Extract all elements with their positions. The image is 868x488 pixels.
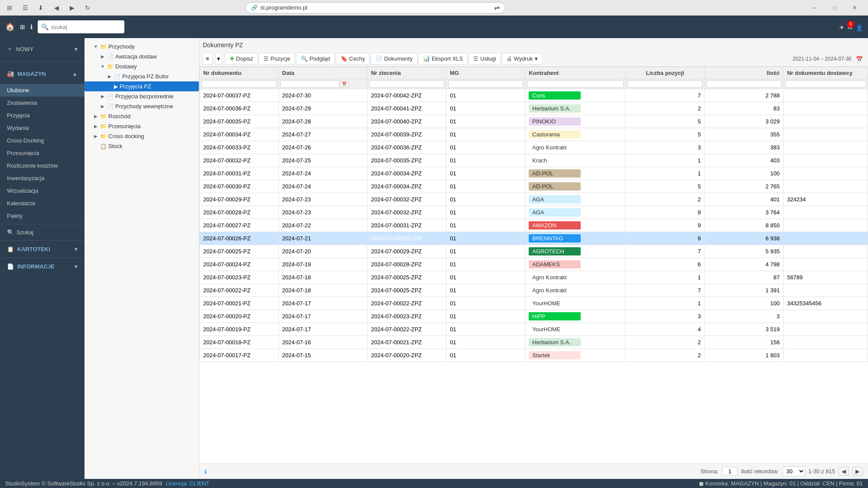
notification-button[interactable]: ✉ 6 — [848, 23, 852, 32]
filter-input-kontrahent[interactable] — [527, 80, 624, 88]
tree-item-cross-docking[interactable]: ▶ 📁 Cross docking — [85, 131, 199, 141]
nav-download-button[interactable]: ⬇ — [35, 2, 47, 14]
filter-input-liczba-pozycji[interactable] — [627, 80, 702, 88]
search-box[interactable]: 🔍 — [38, 20, 124, 33]
toolbar-dropdown-button[interactable]: ▾ — [215, 53, 222, 65]
table-row[interactable]: 2024-07-00022-PZ2024-07-182024-07-00025-… — [200, 284, 868, 297]
uslugi-button[interactable]: ☰ Usługi — [468, 53, 501, 65]
license-text[interactable]: Licencja: CLIENT — [166, 480, 209, 487]
win-min-button[interactable]: ─ — [805, 0, 825, 16]
table-row[interactable]: 2024-07-00029-PZ2024-07-232024-07-00032-… — [200, 193, 868, 206]
sidebar-item-inwentaryzacja[interactable]: Inwentaryzacja — [0, 172, 85, 184]
nav-forward-button[interactable]: ▶ — [66, 2, 78, 14]
filter-input-mg[interactable] — [448, 80, 523, 88]
filter-kontrahent[interactable] — [525, 79, 626, 89]
tree-item-przychody[interactable]: ▼ 📁 Przychody — [85, 42, 199, 52]
col-nr-dok-dostawcy[interactable]: Nr dokumentu dostawcy — [783, 67, 868, 79]
filter-input-nr-dokumentu[interactable] — [202, 80, 276, 88]
table-row[interactable]: 2024-07-00032-PZ2024-07-252024-07-00035-… — [200, 154, 868, 167]
table-row[interactable]: 2024-07-00023-PZ2024-07-182024-07-00025-… — [200, 271, 868, 284]
filter-ilosc[interactable] — [705, 79, 783, 89]
dokumenty-button[interactable]: 📄 Dokumenty — [371, 53, 417, 65]
wydruk-button[interactable]: 🖨 Wydruk ▾ — [502, 53, 543, 65]
sidebar-nowy-button[interactable]: ＋ NOWY ▾ — [0, 42, 85, 56]
table-row[interactable]: 2024-07-00018-PZ2024-07-162024-07-00021-… — [200, 336, 868, 349]
sidebar-item-przyjecia[interactable]: Przyjęcia — [0, 109, 85, 122]
sidebar-item-wizualizacja[interactable]: Wizualizacja — [0, 184, 85, 197]
table-row[interactable]: 2024-07-00019-PZ2024-07-172024-07-00022-… — [200, 323, 868, 336]
sidebar-magazyn-header[interactable]: 🏭 MAGAZYN ▲ — [0, 67, 85, 81]
filter-mg[interactable] — [446, 79, 525, 89]
win-close-button[interactable]: ✕ — [845, 0, 865, 16]
sidebar-item-ulubione[interactable]: Ulubione — [0, 84, 85, 97]
tree-item-przyjecia-bezposrednie[interactable]: ▶ 📄 Przyjęcia bezpośrednie — [85, 91, 199, 101]
table-row[interactable]: 2024-07-00037-PZ2024-07-302024-07-00042-… — [200, 89, 868, 102]
table-row[interactable]: 2024-07-00026-PZ2024-07-212024-07-00030-… — [200, 232, 868, 245]
filter-nr-dokumentu[interactable] — [200, 79, 279, 89]
table-row[interactable]: 2024-07-00025-PZ2024-07-202024-07-00029-… — [200, 245, 868, 258]
col-mg[interactable]: MG — [446, 67, 525, 79]
tree-item-pz[interactable]: ▶ Przyjęcia PZ — [85, 81, 199, 91]
table-row[interactable]: 2024-07-00033-PZ2024-07-262024-07-00036-… — [200, 141, 868, 154]
date-filter-button[interactable]: 📅 — [340, 81, 348, 87]
win-max-button[interactable]: □ — [825, 0, 845, 16]
sidebar-item-przesunecia[interactable]: Przesunięcia — [0, 147, 85, 159]
cechy-button[interactable]: 🔖 Cechy — [336, 53, 370, 65]
nav-apps-button[interactable]: ⊞ — [3, 2, 16, 14]
pozycje-button[interactable]: ☰ Pozycje — [259, 53, 295, 65]
sidebar-informacje-header[interactable]: 📄 INFORMACJE ▾ — [0, 260, 85, 273]
user-button[interactable]: 👤 — [856, 21, 863, 32]
sidebar-item-szukaj[interactable]: 🔍 Szukaj — [0, 226, 85, 239]
page-next-button[interactable]: ▶ — [852, 467, 863, 476]
col-ilosc[interactable]: Ilość — [705, 67, 783, 79]
podglad-button[interactable]: 🔍 Podgląd — [296, 53, 335, 65]
table-row[interactable]: 2024-07-00020-PZ2024-07-172024-07-00023-… — [200, 310, 868, 323]
filter-input-dok-dostawcy[interactable] — [785, 80, 866, 88]
sidebar-item-palety[interactable]: Palety — [0, 210, 85, 222]
table-row[interactable]: 2024-07-00036-PZ2024-07-292024-07-00041-… — [200, 102, 868, 115]
dopisz-button[interactable]: ✚ Dopisz — [225, 53, 258, 65]
sidebar-item-rozliczenie[interactable]: Rozliczenie kosztów — [0, 159, 85, 172]
tree-item-pz-bufor[interactable]: ▶ 📄 Przyjęcia PZ Bufor — [85, 71, 199, 81]
nav-refresh-button[interactable]: ↻ — [81, 2, 94, 14]
tree-item-przychody-wewnetrzne[interactable]: ▶ 📄 Przychody wewnętrzne — [85, 101, 199, 111]
sidebar-item-cross-docking[interactable]: Cross-Docking — [0, 134, 85, 147]
page-prev-button[interactable]: ◀ — [839, 467, 849, 476]
table-row[interactable]: 2024-07-00035-PZ2024-07-282024-07-00040-… — [200, 115, 868, 128]
tree-item-rozchod[interactable]: ▶ 📁 Rozchód — [85, 111, 199, 121]
toolbar-menu-button[interactable]: ≡ — [203, 53, 212, 65]
sidebar-item-wydania[interactable]: Wydania — [0, 122, 85, 134]
sidebar-item-zestawienia[interactable]: Zestawienia — [0, 97, 85, 109]
filter-data[interactable]: 📅 — [279, 79, 367, 89]
search-input[interactable] — [51, 24, 116, 30]
table-row[interactable]: 2024-07-00021-PZ2024-07-172024-07-00022-… — [200, 297, 868, 310]
plane-button[interactable]: ✈ — [839, 23, 844, 32]
col-data[interactable]: Data — [279, 67, 367, 79]
filter-liczba-pozycji[interactable] — [626, 79, 705, 89]
sidebar-kartoteki-header[interactable]: 📋 KARTOTEKI ▾ — [0, 242, 85, 256]
table-row[interactable]: 2024-07-00031-PZ2024-07-242024-07-00034-… — [200, 167, 868, 180]
filter-input-nr-zlecenia[interactable] — [369, 80, 444, 88]
tree-item-stock[interactable]: 📋 Stock — [85, 141, 199, 151]
page-input[interactable] — [722, 467, 738, 476]
col-liczba-pozycji[interactable]: Liczba pozycji — [626, 67, 705, 79]
tree-item-awizacja[interactable]: ▶ 📄 Awizacja dostaw — [85, 52, 199, 61]
tree-item-przesunecia-tree[interactable]: ▶ 📁 Przesunięcia — [85, 121, 199, 131]
filter-input-ilosc[interactable] — [706, 80, 781, 88]
eksport-xls-button[interactable]: 📊 Eksport XLS — [418, 53, 468, 65]
filter-input-data[interactable] — [280, 80, 340, 88]
col-nr-dokumentu[interactable]: Nr dokumentu — [200, 67, 279, 79]
filter-dok-dostawcy[interactable] — [783, 79, 868, 89]
nav-sidebar-button[interactable]: ☰ — [19, 2, 31, 14]
table-row[interactable]: 2024-07-00034-PZ2024-07-272024-07-00039-… — [200, 128, 868, 141]
tree-item-dostawy[interactable]: ▼ 📁 Dostawy — [85, 61, 199, 71]
col-kontrahent[interactable]: Kontrahent — [525, 67, 626, 79]
table-row[interactable]: 2024-07-00027-PZ2024-07-222024-07-00031-… — [200, 219, 868, 232]
table-row[interactable]: 2024-07-00028-PZ2024-07-232024-07-00032-… — [200, 206, 868, 219]
records-per-page-select[interactable]: 10203050100 — [783, 466, 805, 476]
table-row[interactable]: 2024-07-00030-PZ2024-07-242024-07-00034-… — [200, 180, 868, 193]
info-button[interactable]: ℹ — [205, 467, 207, 476]
filter-nr-zlecenia[interactable] — [367, 79, 446, 89]
table-row[interactable]: 2024-07-00024-PZ2024-07-192024-07-00028-… — [200, 258, 868, 271]
sidebar-item-kalendarze[interactable]: Kalendarze — [0, 197, 85, 210]
